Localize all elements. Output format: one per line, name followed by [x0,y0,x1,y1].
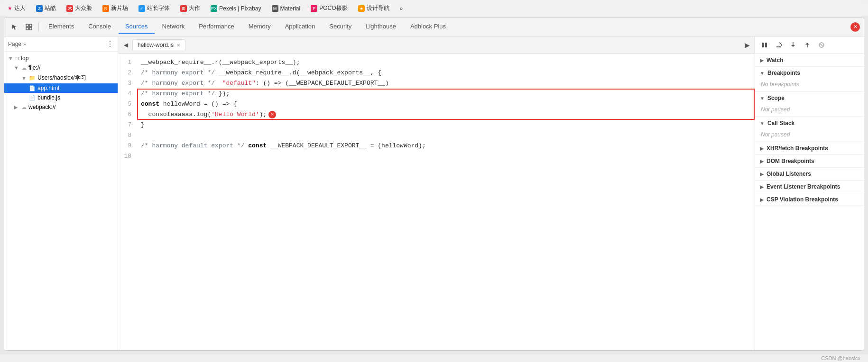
call-stack-section-header[interactable]: Call Stack [755,117,864,129]
breakpoints-section-header[interactable]: Breakpoints [755,67,864,79]
tree-item-users[interactable]: ▼ 📁 Users/haosicx/学习 [4,72,118,83]
code-line-5: const hellowWord = () => { [137,99,755,109]
devtools-window: Elements Console Sources Network Perform… [4,17,864,351]
toolbar-separator [38,22,39,32]
svg-rect-3 [29,27,32,30]
xhr-label: XHR/fetch Breakpoints [766,145,828,152]
step-over-btn[interactable] [773,39,785,51]
csp-section-header[interactable]: CSP Violation Breakpoints [755,193,864,206]
tab-elements[interactable]: Elements [42,20,81,34]
dom-section-header[interactable]: DOM Breakpoints [755,155,864,167]
svg-rect-2 [26,27,28,30]
step-into-btn[interactable] [787,39,799,51]
call-stack-label: Call Stack [767,120,794,127]
watch-label: Watch [766,57,784,63]
cloud-icon: ☁ [21,104,27,110]
code-line-3: /* harmony export */ "default" : () => (… [137,78,755,89]
xhr-arrow-icon [760,146,764,151]
scope-content: Not paused [755,104,864,117]
csp-label: CSP Violation Breakpoints [766,196,838,203]
watch-arrow-icon [760,58,764,63]
bookmark-zhankoo[interactable]: Z 站酷 [32,3,60,13]
bookmark-design[interactable]: ★ 设计导航 [354,3,393,13]
tree-item-webpack[interactable]: ▶ ☁ webpack:// [4,102,118,112]
svg-line-13 [820,44,823,46]
csp-arrow-icon [760,197,764,202]
pause-btn[interactable] [759,39,770,51]
code-line-4: /* harmony export */ }); [137,89,755,99]
bookmark-font[interactable]: ✓ 站长字体 [135,3,174,13]
poco-icon: P [311,5,317,12]
tab-application[interactable]: Application [278,20,322,34]
debug-panel: Watch Breakpoints No breakpoints Scope [755,36,864,350]
code-editor[interactable]: 1 2 3 4 5 6 7 8 9 10 [118,54,755,350]
tab-filename: hellow-word.js [138,42,174,48]
error-icon: ✕ [268,111,276,118]
bookmark-more[interactable]: » [396,4,407,13]
footer-text: CSDN @haosicx [821,355,860,361]
nav-back-btn[interactable]: ◀ [120,39,131,51]
bookmark-icon: ★ [8,5,12,11]
tab-adblock[interactable]: Adblock Plus [404,20,452,34]
bookmark-pexels[interactable]: PX Pexels | Pixabay [207,4,265,13]
bookmark-material[interactable]: M Material [268,4,305,13]
tree-item-file[interactable]: ▼ ☁ file:// [4,63,118,72]
svg-rect-0 [26,24,28,27]
step-out-btn[interactable] [802,39,813,51]
global-label: Global Listeners [766,171,811,177]
file-panel-menu-btn[interactable]: ⋮ [106,39,114,48]
footer: CSDN @haosicx [0,354,868,362]
watch-section-header[interactable]: Watch [755,54,864,66]
tab-console[interactable]: Console [82,20,118,34]
code-line-1: __webpack_require__.r(__webpack_exports_… [137,57,755,68]
code-line-9: /* harmony default export */ const __WEB… [137,141,755,151]
arrow-icon: ▼ [8,55,14,61]
run-code-btn[interactable]: ▶ [741,39,753,51]
code-line-8 [137,130,755,141]
scope-label: Scope [767,95,785,101]
dom-arrow-icon [760,159,764,164]
file-js-icon: 📄 [29,95,36,101]
editor-tab-hellowword[interactable]: hellow-word.js ✕ [132,39,185,50]
scope-arrow-icon [760,96,765,101]
svg-marker-11 [805,43,809,45]
tab-network[interactable]: Network [156,20,192,34]
debug-toolbar [755,36,864,54]
line-numbers: 1 2 3 4 5 6 7 8 9 10 [118,54,137,350]
deactivate-breakpoints-btn[interactable] [816,39,827,51]
event-listener-section: Event Listener Breakpoints [755,181,864,193]
bookmarks-bar: ★ 达人 Z 站酷 大 大众脸 N 新片场 ✓ 站长字体 E 大作 PX Pex… [0,0,868,17]
more-pages-btn[interactable]: » [23,41,26,47]
tree-item-apphtml[interactable]: 📄 app.html [4,83,118,93]
tab-memory[interactable]: Memory [242,20,277,34]
editor-tabs-bar: ◀ hellow-word.js ✕ ▶ [118,36,755,54]
svg-rect-1 [29,24,32,27]
event-listener-header[interactable]: Event Listener Breakpoints [755,181,864,193]
bookmark-daren[interactable]: ★ 达人 [4,3,29,13]
global-arrow-icon [760,172,764,177]
arrow-icon: ▼ [14,65,19,71]
bookmark-poco[interactable]: P POCO摄影 [307,3,351,13]
tab-lighthouse[interactable]: Lighthouse [359,20,403,34]
code-line-10 [137,151,755,162]
page-label: Page [8,41,21,47]
global-listeners-header[interactable]: Global Listeners [755,168,864,180]
tree-item-top[interactable]: ▼ □ top [4,54,118,63]
tab-security[interactable]: Security [323,20,358,34]
svg-rect-4 [762,43,764,47]
inspect-icon[interactable] [22,20,36,34]
bookmark-dazuo[interactable]: E 大作 [176,3,204,13]
cursor-icon[interactable] [8,20,21,34]
bookmark-xpc[interactable]: N 新片场 [99,3,132,13]
tree-item-bundlejs[interactable]: 📄 bundle.js [4,93,118,102]
tab-sources[interactable]: Sources [119,20,155,34]
tab-performance[interactable]: Performance [192,20,240,34]
tab-close-btn[interactable]: ✕ [176,43,180,48]
design-icon: ★ [358,5,365,12]
folder-icon: □ [16,55,19,61]
devtools-close-button[interactable]: ✕ [850,22,860,32]
bookmark-dazl[interactable]: 大 大众脸 [63,3,96,13]
scope-section-header[interactable]: Scope [755,92,864,104]
xhr-section-header[interactable]: XHR/fetch Breakpoints [755,142,864,154]
file-html-icon: 📄 [29,85,36,91]
